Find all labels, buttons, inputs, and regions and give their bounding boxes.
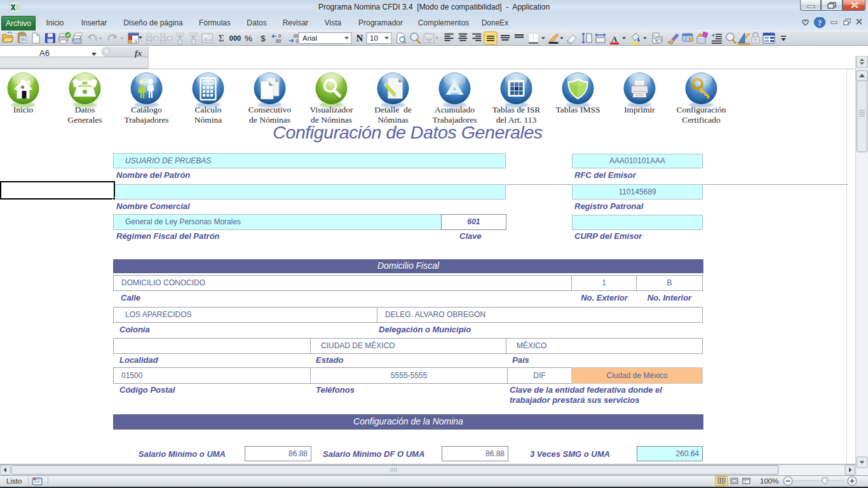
svg-text:Arial: Arial — [302, 34, 317, 42]
svg-text:100%: 100% — [760, 477, 778, 485]
svg-text:?: ? — [818, 18, 822, 27]
svg-text:10: 10 — [370, 34, 378, 42]
svg-text:A: A — [611, 34, 618, 44]
svg-text:+a+: +a+ — [425, 37, 433, 42]
svg-text:N: N — [356, 33, 363, 43]
svg-text:000: 000 — [229, 34, 241, 42]
svg-text:Σ: Σ — [219, 33, 224, 43]
svg-text:%: % — [245, 34, 252, 43]
svg-text:$: $ — [261, 34, 266, 43]
svg-text:s: s — [135, 39, 137, 43]
svg-text:00: 00 — [276, 38, 281, 44]
